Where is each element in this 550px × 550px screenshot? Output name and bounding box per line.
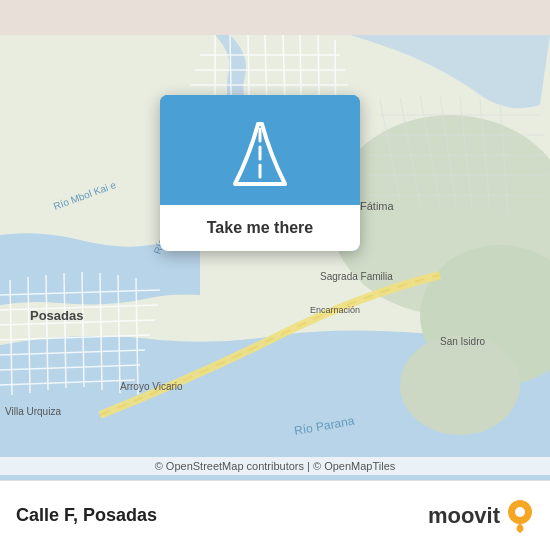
map-attribution: © OpenStreetMap contributors | © OpenMap… bbox=[0, 457, 550, 475]
location-label: Calle F, Posadas bbox=[16, 505, 157, 526]
moovit-pin-icon bbox=[506, 499, 534, 533]
bottom-bar: Calle F, Posadas moovit bbox=[0, 480, 550, 550]
svg-point-60 bbox=[515, 507, 525, 517]
moovit-logo-text: moovit bbox=[428, 503, 500, 529]
card-icon-area bbox=[160, 95, 360, 205]
svg-point-3 bbox=[400, 335, 520, 435]
svg-text:Sagrada Familia: Sagrada Familia bbox=[320, 271, 393, 282]
svg-text:Arroyo Vicario: Arroyo Vicario bbox=[120, 381, 183, 392]
navigation-card: Take me there bbox=[160, 95, 360, 251]
svg-text:San Isidro: San Isidro bbox=[440, 336, 485, 347]
road-icon bbox=[220, 119, 300, 189]
svg-text:Villa Urquiza: Villa Urquiza bbox=[5, 406, 61, 417]
app: Encarnación Posadas Fátima Sagrada Famil… bbox=[0, 0, 550, 550]
svg-text:Encarnación: Encarnación bbox=[310, 305, 360, 315]
svg-text:Posadas: Posadas bbox=[30, 308, 83, 323]
moovit-logo: moovit bbox=[428, 499, 534, 533]
svg-text:Fátima: Fátima bbox=[360, 200, 395, 212]
take-me-there-button[interactable]: Take me there bbox=[160, 205, 360, 251]
